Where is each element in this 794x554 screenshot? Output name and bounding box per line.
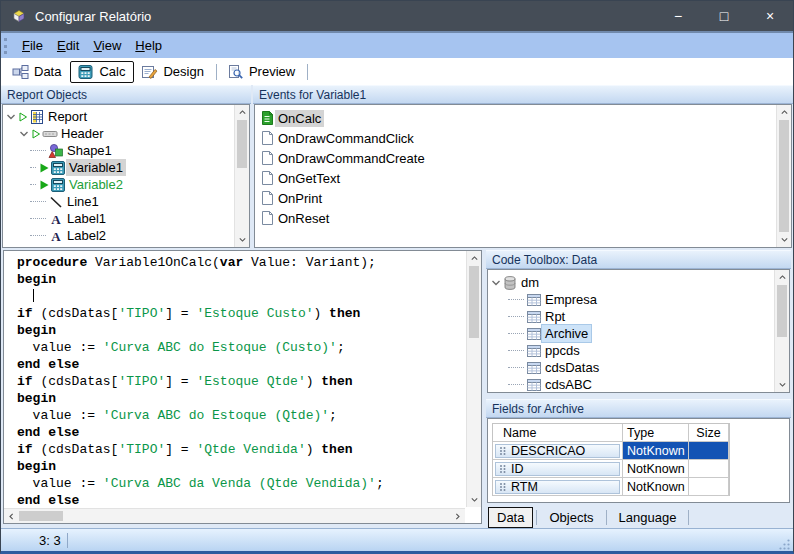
event-item-ongettext[interactable]: OnGetText (255, 168, 791, 188)
column-header-size[interactable]: Size (689, 424, 729, 441)
code-line (17, 288, 464, 305)
field-type-cell[interactable]: NotKnown (623, 460, 689, 477)
menu-view[interactable]: View (86, 35, 128, 56)
table-icon (526, 343, 542, 359)
maximize-button[interactable]: □ (701, 1, 747, 31)
code-text (17, 289, 33, 304)
scroll-right-button[interactable] (450, 509, 465, 524)
scroll-up-button[interactable] (235, 105, 250, 120)
toolbox-item-dm[interactable]: dm (488, 274, 789, 291)
scroll-down-button[interactable] (775, 377, 790, 392)
event-item-onreset[interactable]: OnReset (255, 208, 791, 228)
scroll-down-button[interactable] (777, 232, 792, 247)
field-name-cell[interactable]: RTM (493, 478, 623, 495)
bottom-tab-objects[interactable]: Objects (540, 507, 602, 528)
menu-edit[interactable]: Edit (50, 35, 86, 56)
field-name-chip[interactable]: DESCRICAO (495, 444, 620, 458)
report-object-item-variable1[interactable]: Variable1 (3, 159, 249, 176)
tree-item-label: Label1 (64, 210, 109, 227)
tree-item-label: Variable1 (66, 159, 126, 176)
toolbox-item-rpt[interactable]: Rpt (488, 308, 789, 325)
report-object-item-shape1[interactable]: Shape1 (3, 142, 249, 159)
event-label: OnDrawCommandClick (275, 130, 417, 147)
close-button[interactable]: × (747, 1, 793, 31)
code-keyword: else (48, 425, 79, 440)
bottom-tab-separator (536, 510, 537, 525)
bottom-tab-data[interactable]: Data (488, 507, 533, 528)
doc-icon (259, 210, 275, 226)
code-editor-vscrollbar[interactable] (466, 251, 481, 507)
field-name-chip[interactable]: ID (495, 462, 620, 476)
field-size-cell[interactable] (689, 478, 729, 495)
scroll-down-icon (470, 495, 479, 504)
tree-item-label: Shape1 (64, 142, 115, 159)
field-name-label: DESCRICAO (511, 444, 585, 458)
code-text: Variable1OnCalc( (87, 255, 220, 270)
report-tree-scrollbar[interactable] (234, 105, 249, 247)
field-type-cell[interactable]: NotKnown (623, 478, 689, 495)
scroll-down-button[interactable] (235, 232, 250, 247)
code-editor-hscrollbar[interactable] (4, 508, 465, 523)
minimize-button[interactable]: − (655, 1, 701, 31)
band-icon (42, 126, 58, 142)
field-size-cell[interactable] (689, 460, 729, 477)
scrollbar-thumb[interactable] (779, 120, 789, 232)
scrollbar-thumb[interactable] (237, 120, 247, 168)
field-name-cell[interactable]: ID (493, 460, 623, 477)
code-line: begin (17, 322, 464, 339)
scrollbar-thumb[interactable] (19, 511, 63, 521)
scroll-down-icon (238, 235, 247, 244)
scrollbar-thumb[interactable] (469, 266, 479, 338)
resize-grip-icon[interactable] (777, 537, 791, 551)
menu-file[interactable]: File (15, 35, 50, 56)
report-object-item-report[interactable]: Report (3, 108, 249, 125)
tab-design[interactable]: Design (134, 61, 212, 83)
field-name-cell[interactable]: DESCRICAO (493, 442, 623, 459)
code-editor[interactable]: procedure Variable1OnCalc(var Value: Var… (3, 250, 482, 524)
field-row-rtm[interactable]: RTMNotKnown (493, 478, 729, 496)
field-row-descricao[interactable]: DESCRICAONotKnown (493, 442, 729, 460)
tab-preview[interactable]: Preview (220, 61, 304, 83)
menu-grip-handle[interactable] (4, 38, 7, 54)
toolbox-item-empresa[interactable]: Empresa (488, 291, 789, 308)
report-object-item-variable2[interactable]: Variable2 (3, 176, 249, 193)
toolbox-item-cdsdatas[interactable]: cdsDatas (488, 359, 789, 376)
report-object-item-line1[interactable]: Line1 (3, 193, 249, 210)
event-item-oncalc[interactable]: OnCalc (255, 108, 791, 128)
report-object-item-header[interactable]: Header (3, 125, 249, 142)
event-item-ondrawcommandclick[interactable]: OnDrawCommandClick (255, 128, 791, 148)
column-header-type[interactable]: Type (623, 424, 689, 441)
field-type-cell[interactable]: NotKnown (623, 442, 689, 459)
code-line: end else (17, 356, 464, 373)
field-row-id[interactable]: IDNotKnown (493, 460, 729, 478)
field-name-chip[interactable]: RTM (495, 480, 620, 494)
scroll-down-button[interactable] (467, 492, 482, 507)
code-keyword: end (17, 357, 40, 372)
tab-calc[interactable]: Calc (70, 61, 134, 83)
scroll-up-button[interactable] (777, 105, 792, 120)
caret-position: 3: 3 (39, 533, 61, 548)
event-item-ondrawcommandcreate[interactable]: OnDrawCommandCreate (255, 148, 791, 168)
tab-data[interactable]: Data (5, 61, 70, 83)
tree-item-label: dm (518, 274, 542, 291)
scroll-left-button[interactable] (4, 509, 19, 524)
scroll-up-button[interactable] (467, 251, 482, 266)
scrollbar-thumb[interactable] (777, 285, 787, 337)
toolbox-item-ppcds[interactable]: ppcds (488, 342, 789, 359)
scroll-up-button[interactable] (775, 270, 790, 285)
toolbox-item-archive[interactable]: Archive (488, 325, 789, 342)
report-object-item-label2[interactable]: ALabel2 (3, 227, 249, 244)
events-scrollbar[interactable] (776, 105, 791, 247)
toolbox-scrollbar[interactable] (774, 270, 789, 392)
report-object-item-label1[interactable]: ALabel1 (3, 210, 249, 227)
event-item-onprint[interactable]: OnPrint (255, 188, 791, 208)
code-keyword: var (220, 255, 243, 270)
menu-help[interactable]: Help (128, 35, 169, 56)
column-header-name[interactable]: Name (493, 424, 623, 441)
field-size-cell[interactable] (689, 442, 729, 459)
code-text: ] = (165, 442, 196, 457)
toolbox-item-cdsabc[interactable]: cdsABC (488, 376, 789, 393)
bottom-tab-language[interactable]: Language (610, 507, 686, 528)
code-line: end else (17, 424, 464, 441)
table-icon (526, 377, 542, 393)
